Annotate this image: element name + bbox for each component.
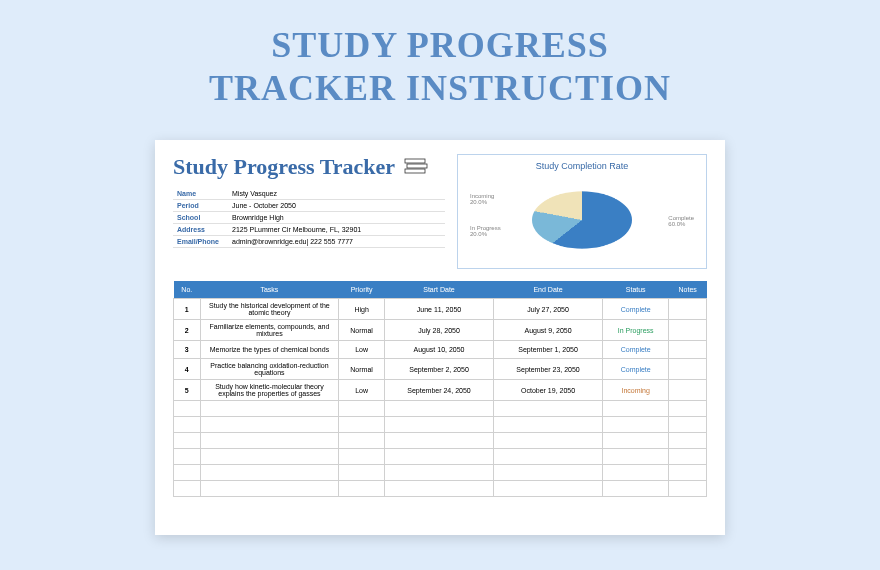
cell-notes xyxy=(669,299,707,320)
tasks-body: 1 Study the historical development of th… xyxy=(174,299,707,497)
cell-status: In Progress xyxy=(603,320,669,341)
document-card: Study Progress Tracker NameMisty Vasquez… xyxy=(155,140,725,535)
tasks-table: No. Tasks Priority Start Date End Date S… xyxy=(173,281,707,497)
table-row: 4 Practice balancing oxidation-reduction… xyxy=(174,359,707,380)
cell-end: August 9, 2050 xyxy=(494,320,603,341)
table-header-row: No. Tasks Priority Start Date End Date S… xyxy=(174,281,707,299)
table-row-empty xyxy=(174,449,707,465)
meta-label: Period xyxy=(173,200,228,212)
cell-priority: Normal xyxy=(339,320,385,341)
meta-row-school: SchoolBrownridge High xyxy=(173,212,445,224)
pie-wrap: Complete60.0% Incoming20.0% In Progress2… xyxy=(464,175,700,265)
cell-start: July 28, 2050 xyxy=(384,320,493,341)
col-start: Start Date xyxy=(384,281,493,299)
meta-value: Misty Vasquez xyxy=(228,188,445,200)
cell-no: 1 xyxy=(174,299,201,320)
pie-chart: Study Completion Rate Complete60.0% Inco… xyxy=(457,154,707,269)
page-title-line1: STUDY PROGRESS xyxy=(0,24,880,67)
cell-start: September 24, 2050 xyxy=(384,380,493,401)
header-left: Study Progress Tracker NameMisty Vasquez… xyxy=(173,154,445,269)
cell-status: Complete xyxy=(603,359,669,380)
cell-end: September 1, 2050 xyxy=(494,341,603,359)
meta-row-period: PeriodJune - October 2050 xyxy=(173,200,445,212)
pie-label-complete: Complete60.0% xyxy=(668,215,694,227)
cell-task: Familiarize elements, compounds, and mix… xyxy=(200,320,339,341)
cell-task: Study how kinetic-molecular theory expla… xyxy=(200,380,339,401)
cell-no: 3 xyxy=(174,341,201,359)
cell-start: June 11, 2050 xyxy=(384,299,493,320)
cell-status: Complete xyxy=(603,299,669,320)
cell-no: 5 xyxy=(174,380,201,401)
page-title-line2: TRACKER INSTRUCTION xyxy=(0,67,880,110)
col-priority: Priority xyxy=(339,281,385,299)
meta-label: Email/Phone xyxy=(173,236,228,248)
cell-end: July 27, 2050 xyxy=(494,299,603,320)
cell-task: Memorize the types of chemical bonds xyxy=(200,341,339,359)
cell-task: Study the historical development of the … xyxy=(200,299,339,320)
cell-notes xyxy=(669,359,707,380)
svg-rect-0 xyxy=(405,159,425,163)
cell-notes xyxy=(669,341,707,359)
document-header: Study Progress Tracker NameMisty Vasquez… xyxy=(173,154,707,269)
cell-notes xyxy=(669,320,707,341)
meta-label: Name xyxy=(173,188,228,200)
table-row-empty xyxy=(174,481,707,497)
chart-title: Study Completion Rate xyxy=(464,161,700,171)
cell-end: October 19, 2050 xyxy=(494,380,603,401)
svg-rect-1 xyxy=(407,164,427,168)
table-row: 1 Study the historical development of th… xyxy=(174,299,707,320)
meta-row-address: Address2125 PLummer Cir Melbourne, FL, 3… xyxy=(173,224,445,236)
pie-label-incoming: Incoming20.0% xyxy=(470,193,494,205)
cell-task: Practice balancing oxidation-reduction e… xyxy=(200,359,339,380)
table-row-empty xyxy=(174,401,707,417)
cell-start: August 10, 2050 xyxy=(384,341,493,359)
table-row-empty xyxy=(174,433,707,449)
cell-no: 2 xyxy=(174,320,201,341)
cell-priority: Low xyxy=(339,380,385,401)
meta-value: Brownridge High xyxy=(228,212,445,224)
meta-row-email: Email/Phoneadmin@brownridge.edu| 222 555… xyxy=(173,236,445,248)
meta-value: admin@brownridge.edu| 222 555 7777 xyxy=(228,236,445,248)
col-no: No. xyxy=(174,281,201,299)
pie-label-inprogress: In Progress20.0% xyxy=(470,225,501,237)
table-row: 5 Study how kinetic-molecular theory exp… xyxy=(174,380,707,401)
table-row: 3 Memorize the types of chemical bonds L… xyxy=(174,341,707,359)
tracker-title-text: Study Progress Tracker xyxy=(173,154,395,180)
col-tasks: Tasks xyxy=(200,281,339,299)
col-status: Status xyxy=(603,281,669,299)
table-row-empty xyxy=(174,465,707,481)
meta-label: Address xyxy=(173,224,228,236)
cell-priority: Normal xyxy=(339,359,385,380)
meta-value: 2125 PLummer Cir Melbourne, FL, 32901 xyxy=(228,224,445,236)
cell-end: September 23, 2050 xyxy=(494,359,603,380)
cell-status: Incoming xyxy=(603,380,669,401)
svg-rect-2 xyxy=(405,169,425,173)
tracker-title: Study Progress Tracker xyxy=(173,154,445,180)
cell-priority: Low xyxy=(339,341,385,359)
table-row-empty xyxy=(174,417,707,433)
col-notes: Notes xyxy=(669,281,707,299)
col-end: End Date xyxy=(494,281,603,299)
pie-graphic xyxy=(532,191,632,248)
cell-no: 4 xyxy=(174,359,201,380)
meta-value: June - October 2050 xyxy=(228,200,445,212)
table-row: 2 Familiarize elements, compounds, and m… xyxy=(174,320,707,341)
meta-row-name: NameMisty Vasquez xyxy=(173,188,445,200)
meta-table: NameMisty Vasquez PeriodJune - October 2… xyxy=(173,188,445,248)
page-title: STUDY PROGRESS TRACKER INSTRUCTION xyxy=(0,0,880,110)
cell-status: Complete xyxy=(603,341,669,359)
cell-notes xyxy=(669,380,707,401)
cell-start: September 2, 2050 xyxy=(384,359,493,380)
meta-label: School xyxy=(173,212,228,224)
cell-priority: High xyxy=(339,299,385,320)
books-icon xyxy=(403,157,431,177)
